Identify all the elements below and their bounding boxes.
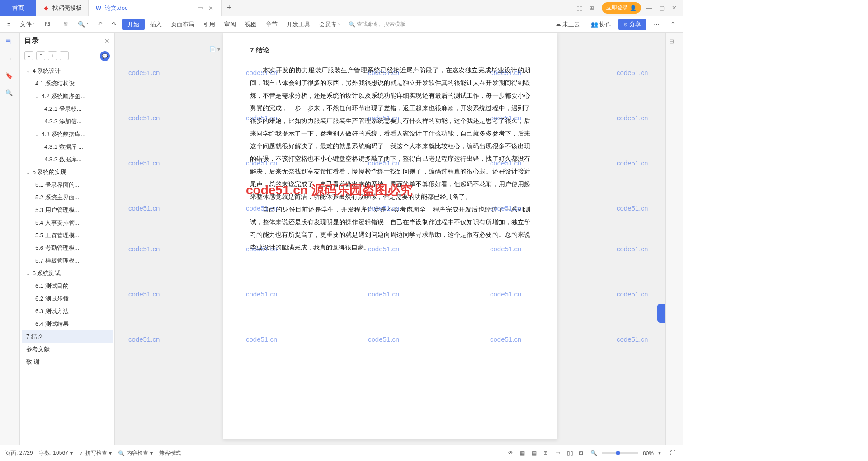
- toc-item[interactable]: ⌄ 4.2 系统顺序图...: [22, 90, 113, 103]
- window-close-icon[interactable]: ✕: [672, 5, 679, 12]
- undo-icon[interactable]: ↶: [94, 19, 106, 29]
- collapse-all-icon[interactable]: ⌄: [24, 51, 33, 60]
- doc-paragraph: 本次开发的协力服装厂服装生产管理系统已经接近尾声阶段了，在这次独立完成毕业设计的…: [250, 64, 530, 203]
- tab-chapter[interactable]: 章节: [262, 19, 281, 30]
- toc-item[interactable]: 6.4 测试结果: [22, 318, 113, 330]
- toc-item[interactable]: 5.6 考勤管理模...: [22, 242, 113, 254]
- side-handle[interactable]: [657, 304, 665, 323]
- toc-item[interactable]: 5.5 工资管理模...: [22, 229, 113, 242]
- layout-icon[interactable]: ▯▯: [576, 5, 584, 12]
- toc-item[interactable]: ⌄ 6 系统测试: [22, 267, 113, 280]
- toc-item[interactable]: 6.2 测试步骤: [22, 292, 113, 305]
- more-icon[interactable]: ⋯: [650, 19, 663, 29]
- outline-close-icon[interactable]: ✕: [104, 38, 110, 45]
- toc-item[interactable]: 4.3.2 数据库...: [22, 153, 113, 166]
- fullscreen-icon[interactable]: ⛶: [670, 450, 677, 457]
- tab-reference[interactable]: 引用: [200, 19, 219, 30]
- chat-icon[interactable]: 💬: [100, 51, 110, 61]
- file-menu[interactable]: 文件 ˅: [16, 19, 39, 30]
- watermark: code51.cn: [617, 69, 648, 76]
- apps-icon[interactable]: ⊞: [589, 5, 596, 12]
- document-canvas[interactable]: 📄 ▾ 7 结论 本次开发的协力服装厂服装生产管理系统已经接近尾声阶段了，在这次…: [115, 33, 665, 445]
- add-heading-icon[interactable]: +: [48, 51, 57, 60]
- close-icon[interactable]: ✕: [208, 5, 215, 11]
- tab-dev[interactable]: 开发工具: [283, 19, 314, 30]
- format-panel-icon[interactable]: ⊟: [669, 38, 680, 49]
- view-web-icon[interactable]: ⊞: [543, 450, 551, 457]
- toc-item[interactable]: 参考文献: [22, 343, 113, 356]
- toc-item[interactable]: 4.2.1 登录模...: [22, 103, 113, 115]
- bookmark-icon[interactable]: 🔖: [5, 72, 14, 81]
- zoom-out-icon[interactable]: 🔍: [590, 450, 598, 457]
- toc-item[interactable]: ⌄ 4 系统设计: [22, 65, 113, 77]
- toc-item[interactable]: ⌄ 4.3 系统数据库...: [22, 128, 113, 141]
- expand-icon[interactable]: ⌃: [667, 19, 679, 29]
- toc-item[interactable]: 5.3 用户管理模...: [22, 204, 113, 216]
- expand-all-icon[interactable]: ⌃: [36, 51, 45, 60]
- chevron-down-icon[interactable]: ⌄: [26, 271, 31, 276]
- tab-template[interactable]: ◆ 找稻壳模板: [36, 0, 89, 16]
- command-search[interactable]: 🔍 查找命令、搜索模板: [345, 19, 409, 30]
- toc-item[interactable]: 4.2.2 添加信...: [22, 115, 113, 128]
- tab-member[interactable]: 会员专›: [316, 19, 343, 30]
- toc-item[interactable]: 4.3.1 数据库 ...: [22, 141, 113, 153]
- toc-item[interactable]: 4.1 系统结构设...: [22, 77, 113, 90]
- toc-item[interactable]: 5.4 人事安排管...: [22, 216, 113, 229]
- tab-add[interactable]: +: [222, 3, 237, 13]
- chevron-down-icon[interactable]: ⌄: [35, 132, 40, 137]
- tab-review[interactable]: 审阅: [221, 19, 240, 30]
- view-read-icon[interactable]: ▭: [555, 450, 562, 457]
- watermark: code51.cn: [617, 159, 648, 167]
- remove-heading-icon[interactable]: −: [60, 51, 69, 60]
- tab-layout[interactable]: 页面布局: [167, 19, 198, 30]
- toc-item[interactable]: 5.1 登录界面的...: [22, 179, 113, 191]
- watermark: code51.cn: [617, 290, 648, 298]
- page-marker-icon[interactable]: 📄 ▾: [209, 46, 220, 52]
- page-number[interactable]: 页面: 27/29: [5, 449, 33, 457]
- minimize-icon[interactable]: —: [646, 5, 654, 12]
- toc-item[interactable]: 6.3 测试方法: [22, 305, 113, 318]
- tab-start[interactable]: 开始: [122, 19, 145, 30]
- preview-icon[interactable]: 🔍 ˅: [74, 19, 92, 29]
- share-button[interactable]: ⎋ 分享: [618, 19, 646, 30]
- chevron-down-icon[interactable]: ⌄: [35, 94, 40, 99]
- tab-document[interactable]: W 论文.doc ▭ ✕: [89, 0, 222, 16]
- toc-item[interactable]: 6.1 测试目的: [22, 280, 113, 292]
- search-nav-icon[interactable]: 🔍: [5, 89, 14, 99]
- toc-item[interactable]: ⌄ 5 系统的实现: [22, 166, 113, 179]
- redo-icon[interactable]: ↷: [108, 19, 120, 29]
- zoom-dropdown-icon[interactable]: ▾: [658, 450, 665, 457]
- menu-icon[interactable]: ≡: [4, 19, 14, 29]
- zoom-slider[interactable]: [602, 452, 638, 454]
- toc-item[interactable]: 致 谢: [22, 356, 113, 368]
- view-split-icon[interactable]: ▯▯: [567, 450, 574, 457]
- login-button[interactable]: 立即登录 👤: [602, 2, 641, 14]
- save-icon[interactable]: 🖫 ▫: [41, 19, 57, 29]
- toc-item[interactable]: 5.7 样板管理模...: [22, 254, 113, 267]
- focus-icon[interactable]: 👁: [508, 450, 515, 457]
- compat-mode[interactable]: 兼容模式: [159, 449, 181, 457]
- print-icon[interactable]: 🖶: [59, 19, 72, 29]
- toc-item[interactable]: 7 结论: [22, 330, 113, 343]
- content-check[interactable]: 🔍 内容检查 ▾: [118, 449, 153, 457]
- tab-insert[interactable]: 插入: [146, 19, 165, 30]
- chevron-down-icon[interactable]: ⌄: [26, 170, 31, 175]
- watermark: code51.cn: [128, 245, 160, 253]
- collab-button[interactable]: 👥 协作: [587, 19, 615, 30]
- cloud-status[interactable]: ☁ 未上云: [552, 19, 584, 30]
- monitor-icon[interactable]: ▭: [197, 5, 204, 12]
- view-outline-icon[interactable]: ▤: [532, 450, 539, 457]
- view-page-icon[interactable]: ▦: [520, 450, 527, 457]
- spell-check[interactable]: ✓ 拼写检查 ▾: [79, 449, 112, 457]
- zoom-fit-icon[interactable]: ⊡: [579, 450, 586, 457]
- outline-nav-icon[interactable]: ▤: [5, 38, 14, 47]
- word-count[interactable]: 字数: 10567 ▾: [39, 449, 73, 457]
- doc-paragraph: 自己的身份目前还是学生，开发程序肯定是不会考虑周全，程序完成开发后也经过了一系列…: [250, 203, 530, 254]
- thumbnail-icon[interactable]: ▭: [5, 55, 14, 64]
- chevron-down-icon[interactable]: ⌄: [26, 69, 31, 74]
- toc-item[interactable]: 5.2 系统主界面...: [22, 191, 113, 204]
- zoom-level[interactable]: 80%: [643, 450, 654, 456]
- tab-view[interactable]: 视图: [241, 19, 260, 30]
- tab-home[interactable]: 首页: [0, 0, 36, 16]
- maximize-icon[interactable]: ▢: [659, 5, 666, 12]
